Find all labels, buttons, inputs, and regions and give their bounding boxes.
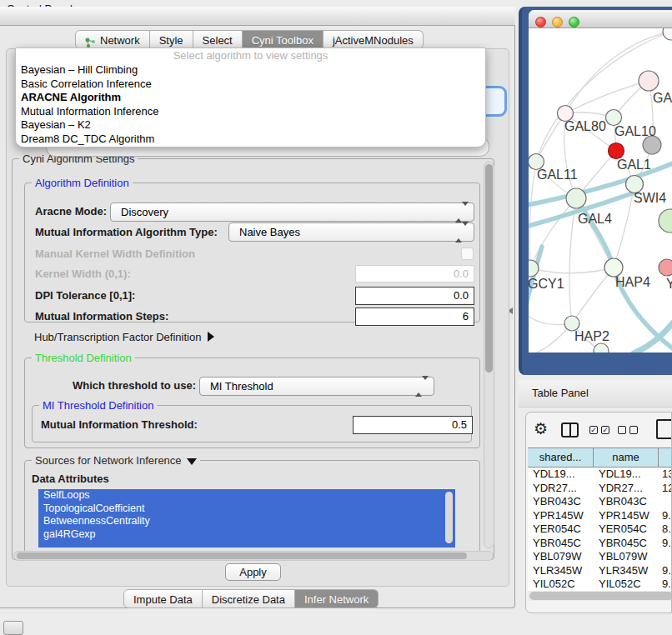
settings-vertical-scrollbar[interactable]	[484, 162, 494, 548]
algorithm-option[interactable]: Dream8 DC_TDC Algorithm	[16, 132, 485, 147]
algorithm-option-selected[interactable]: ARACNE Algorithm	[16, 91, 485, 105]
which-threshold-value: MI Threshold	[210, 378, 273, 395]
collapsed-panel-button[interactable]	[3, 621, 23, 635]
tab-cyni-toolbox[interactable]: Cyni Toolbox	[243, 30, 323, 49]
node-bottom-partial[interactable]	[594, 343, 609, 352]
algorithm-option[interactable]: Mutual Information Inference	[16, 105, 485, 119]
threshold-definition-title: Threshold Definition	[32, 352, 135, 364]
table-horizontal-scrollbar[interactable]	[528, 591, 671, 601]
scrollbar-thumb[interactable]	[529, 592, 672, 600]
tab-jactivemnodules[interactable]: jActiveMNodules	[323, 30, 424, 49]
manual-kernel-checkbox	[461, 248, 474, 260]
table-panel-title: Table Panel	[532, 387, 589, 399]
dpi-tolerance-field[interactable]: 0.0	[355, 287, 474, 305]
column-header-shared[interactable]: shared...	[528, 448, 594, 467]
popup-prompt: Select algorithm to view settings	[16, 48, 485, 63]
gear-icon[interactable]: ⚙	[534, 419, 548, 438]
algorithm-option[interactable]: Bayesian – K2	[16, 118, 485, 132]
document-icon[interactable]	[656, 419, 672, 439]
tab-impute-data[interactable]: Impute Data	[123, 589, 203, 608]
split-columns-icon[interactable]	[561, 422, 579, 438]
algorithm-definition-title: Algorithm Definition	[32, 177, 133, 189]
table-row[interactable]: YIL052CYIL052C9.	[528, 578, 672, 592]
node-label: SWI4	[634, 191, 666, 206]
network-window-titlebar	[529, 10, 672, 28]
data-attributes-list[interactable]: SelfLoops TopologicalCoefficient Between…	[38, 489, 455, 548]
node-label: GAL4	[578, 212, 612, 227]
attribute-item[interactable]: SelfLoops	[38, 489, 455, 502]
combo-stepper-icon	[455, 206, 469, 218]
checked-checkbox-icon[interactable]: ✓	[589, 426, 598, 434]
attribute-list-scrollbar[interactable]	[445, 492, 453, 543]
mi-type-value: Naive Bayes	[239, 223, 300, 241]
table-row[interactable]: YER054CYER054C8.	[528, 522, 672, 537]
table-row[interactable]: YBR045CYBR045C9.	[528, 537, 672, 551]
settings-horizontal-scrollbar[interactable]	[13, 551, 494, 561]
zoom-traffic-light-icon[interactable]	[569, 17, 579, 28]
algorithm-definition-group: Algorithm Definition Aracne Mode: Discov…	[24, 182, 480, 322]
network-icon	[85, 35, 96, 46]
unchecked-checkbox-icon[interactable]	[618, 426, 626, 434]
node-gal4[interactable]	[566, 188, 586, 208]
aracne-mode-label: Aracne Mode:	[35, 205, 107, 218]
mi-steps-field[interactable]: 6	[355, 308, 474, 326]
network-window: GAL GAL80 GAL10 GAL1 SWI4 GAL11 GAL4 GCY…	[529, 10, 672, 352]
node-selected-red[interactable]	[609, 143, 624, 159]
column-header-partial[interactable]	[659, 448, 672, 467]
table-row[interactable]: YDL19...YDL19...13	[528, 468, 672, 482]
which-threshold-combo[interactable]: MI Threshold	[199, 377, 434, 396]
kernel-width-label: Kernel Width (0,1):	[35, 268, 131, 280]
mi-threshold-label: Mutual Information Threshold:	[41, 418, 198, 431]
attribute-item[interactable]: TopologicalCoefficient	[38, 502, 455, 516]
node-salmon[interactable]	[659, 259, 672, 276]
attribute-item[interactable]: gal4RGexp	[38, 528, 455, 542]
node-right-green[interactable]	[659, 209, 672, 232]
table-row[interactable]: YLR345WYLR345W9.	[528, 564, 672, 578]
node-label: GAL1	[617, 158, 651, 172]
column-header-name[interactable]: name	[594, 448, 659, 467]
expander-arrow-icon	[208, 332, 214, 342]
data-attributes-label: Data Attributes	[32, 472, 109, 485]
table-row[interactable]: YBL079WYBL079W	[528, 550, 672, 564]
network-canvas[interactable]: GAL GAL80 GAL10 GAL1 SWI4 GAL11 GAL4 GCY…	[529, 28, 672, 352]
node-top-right[interactable]	[663, 28, 672, 40]
scrollbar-thumb[interactable]	[17, 552, 467, 559]
mi-type-combo[interactable]: Naive Bayes	[228, 222, 474, 242]
attribute-item[interactable]: BetweennessCentrality	[38, 515, 455, 528]
threshold-definition-group: Threshold Definition Which threshold to …	[24, 358, 480, 448]
table-row[interactable]: YPR145WYPR145W9.	[528, 509, 672, 523]
tab-style[interactable]: Style	[150, 30, 193, 49]
hub-definition-expander[interactable]: Hub/Transcription Factor Definition	[34, 331, 214, 343]
node-gal-partial[interactable]	[639, 71, 659, 91]
apply-button[interactable]: Apply	[225, 563, 281, 581]
mi-threshold-field[interactable]: 0.5	[353, 416, 473, 434]
tab-network-label: Network	[100, 34, 140, 47]
mi-type-label: Mutual Information Algorithm Type:	[35, 226, 218, 238]
algorithm-option[interactable]: Bayesian – Hill Climbing	[16, 63, 485, 78]
node-label: HAP4	[615, 275, 650, 290]
node-label: GAL80	[564, 119, 606, 134]
minimize-traffic-light-icon[interactable]	[552, 17, 563, 28]
node-label: Y	[666, 277, 672, 292]
algorithm-option[interactable]: Basic Correlation Inference	[16, 78, 485, 92]
sources-group: Sources for Network Inference Data Attri…	[24, 460, 480, 557]
unchecked-checkbox-icon[interactable]	[629, 426, 638, 434]
tab-select[interactable]: Select	[193, 30, 243, 49]
tab-network[interactable]: Network	[75, 30, 150, 49]
cyni-bottom-tabs: Impute Data Discretize Data Infer Networ…	[123, 589, 379, 608]
tab-discretize-data[interactable]: Discretize Data	[203, 589, 295, 608]
table-row[interactable]: YBR043CYBR043C	[528, 495, 672, 509]
sources-title[interactable]: Sources for Network Inference	[32, 454, 200, 467]
table-row[interactable]: YDR27...YDR27...12	[528, 482, 672, 496]
aracne-mode-combo[interactable]: Discovery	[110, 202, 474, 222]
checked-checkbox-icon[interactable]: ✓	[601, 426, 609, 434]
control-panel-tabs: Network Style Select Cyni Toolbox jActiv…	[75, 30, 424, 49]
close-traffic-light-icon[interactable]	[535, 17, 546, 28]
tab-infer-network[interactable]: Infer Network	[295, 589, 379, 608]
scrollbar-thumb[interactable]	[485, 164, 493, 372]
node-gal10[interactable]	[606, 110, 622, 126]
collapse-arrow-icon	[187, 458, 197, 465]
node-hap4[interactable]	[604, 258, 623, 277]
node-label: GAL10	[614, 124, 656, 139]
combo-stepper-icon	[415, 380, 429, 392]
